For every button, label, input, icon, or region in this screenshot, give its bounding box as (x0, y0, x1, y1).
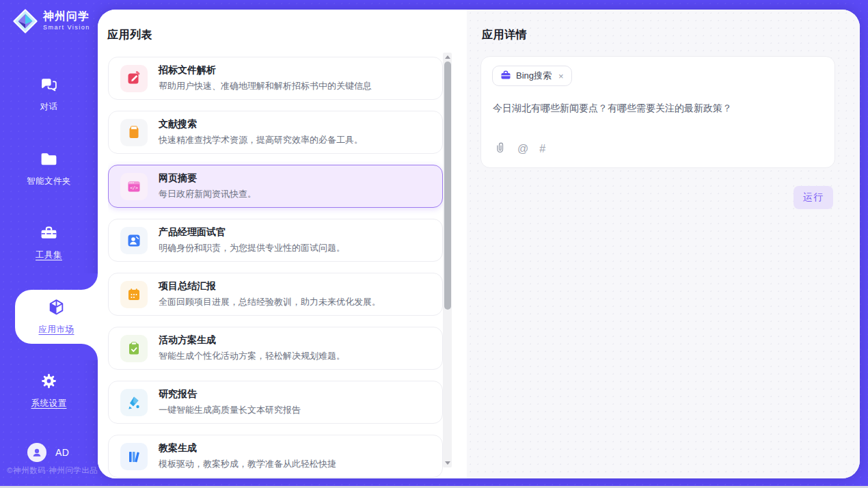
app-card[interactable]: 产品经理面试官 明确身份和职责，为您提供专业性的面试问题。 (108, 219, 443, 262)
chip-close-icon[interactable]: × (558, 71, 564, 81)
sidebar-item-market[interactable]: 应用市场 (15, 298, 98, 336)
app-desc: 每日政府新闻资讯快查。 (159, 188, 256, 200)
input-toolbar: @ # (493, 141, 545, 157)
app-title: 项目总结汇报 (159, 280, 381, 293)
user-account[interactable]: AD (27, 443, 69, 462)
app-card[interactable]: 招标文件解析 帮助用户快速、准确地理解和解析招标书中的关键信息 (108, 57, 443, 100)
folder-icon (40, 150, 58, 168)
app-card[interactable]: 项目总结汇报 全面回顾项目进展，总结经验教训，助力未来优化发展。 (108, 273, 443, 316)
app-title: 招标文件解析 (159, 64, 372, 77)
app-desc: 一键智能生成高质量长文本研究报告 (159, 404, 301, 416)
tool-chip-label: Bing搜索 (516, 70, 552, 82)
app-detail-panel: 应用详情 Bing搜索 × 今日湖北有哪些新闻要点？有哪些需要关注的最新政策？ … (467, 10, 860, 478)
scrollbar[interactable] (443, 53, 452, 467)
bubble-fillet-top (81, 273, 98, 290)
app-title: 网页摘要 (159, 172, 256, 185)
app-desc: 明确身份和职责，为您提供专业性的面试问题。 (159, 242, 345, 254)
sidebar-item-settings[interactable]: 系统设置 (0, 372, 98, 409)
app-desc: 快速精准查找学术资源，提高研究效率的必备工具。 (159, 134, 363, 146)
cube-icon (47, 298, 66, 316)
tool-chip-bing[interactable]: Bing搜索 × (492, 66, 572, 86)
sidebar-item-folders[interactable]: 智能文件夹 (0, 150, 98, 187)
scrollbar-thumb[interactable] (444, 62, 451, 310)
app-card[interactable]: 活动方案生成 智能生成个性化活动方案，轻松解决规划难题。 (108, 327, 443, 370)
brand-logo: 神州问学 Smart Vision (12, 8, 90, 34)
run-button[interactable]: 运行 (794, 186, 833, 209)
attachment-icon[interactable] (493, 141, 506, 157)
svg-text:</>: </> (130, 185, 138, 191)
brand-tagline: Smart Vision (43, 25, 90, 31)
interviewer-icon (120, 227, 148, 254)
app-list-title: 应用列表 (107, 28, 152, 42)
prompt-text[interactable]: 今日湖北有哪些新闻要点？有哪些需要关注的最新政策？ (493, 103, 824, 115)
app-card[interactable]: 教案生成 模板驱动，教案秒成，教学准备从此轻松快捷 (108, 435, 443, 478)
app-title: 产品经理面试官 (159, 226, 345, 239)
diamond-logo-icon (12, 8, 38, 34)
brand-name: 神州问学 (43, 11, 90, 23)
chat-icon (40, 75, 58, 94)
app-desc: 智能生成个性化活动方案，轻松解决规划难题。 (159, 350, 345, 362)
mention-icon[interactable]: @ (517, 144, 528, 154)
sidebar-item-label: 工具集 (0, 249, 98, 261)
edit-document-icon (120, 65, 148, 92)
app-detail-title: 应用详情 (482, 28, 527, 42)
prompt-input-card[interactable]: Bing搜索 × 今日湖北有哪些新闻要点？有哪些需要关注的最新政策？ @ # (480, 56, 835, 168)
app-list-panel: 应用列表 招标文件解析 帮助用户快速、准确地理解和解析招标书中的关键信息 文献搜… (98, 10, 467, 478)
hashtag-icon[interactable]: # (539, 144, 545, 154)
book-icon (120, 119, 148, 146)
sidebar-item-label: 智能文件夹 (0, 176, 98, 187)
app-title: 文献搜索 (159, 118, 363, 131)
app-card[interactable]: 文献搜索 快速精准查找学术资源，提高研究效率的必备工具。 (108, 111, 443, 154)
calendar-icon (120, 281, 148, 308)
clipboard-check-icon (120, 335, 148, 362)
app-card[interactable]: </> 网页摘要 每日政府新闻资讯快查。 (108, 165, 443, 208)
books-icon (120, 443, 148, 470)
app-window: 神州问学 Smart Vision 对话 智能文件夹 工具集 应用市场 系统设置… (0, 0, 868, 488)
person-icon (31, 446, 43, 459)
copyright-text: ©神州数码·神州问学出品 (7, 465, 98, 476)
app-cards-list: 招标文件解析 帮助用户快速、准确地理解和解析招标书中的关键信息 文献搜索 快速精… (108, 57, 443, 478)
bubble-fillet-bottom (81, 344, 98, 360)
sidebar-item-chat[interactable]: 对话 (0, 75, 98, 113)
gear-icon (40, 372, 58, 390)
ink-pen-icon (120, 389, 148, 416)
app-card[interactable]: 研究报告 一键智能生成高质量长文本研究报告 (108, 381, 443, 424)
app-title: 教案生成 (159, 442, 336, 455)
app-desc: 全面回顾项目进展，总结经验教训，助力未来优化发展。 (159, 296, 381, 308)
sidebar-item-label: 对话 (0, 101, 98, 113)
sidebar-item-tools[interactable]: 工具集 (0, 223, 98, 261)
avatar (27, 443, 46, 462)
briefcase-icon (500, 70, 511, 83)
app-desc: 帮助用户快速、准确地理解和解析招标书中的关键信息 (159, 80, 372, 92)
content-area: 应用列表 招标文件解析 帮助用户快速、准确地理解和解析招标书中的关键信息 文献搜… (98, 10, 860, 478)
user-initials: AD (55, 447, 69, 458)
app-title: 活动方案生成 (159, 334, 345, 347)
app-title: 研究报告 (159, 388, 301, 401)
sidebar-item-label: 系统设置 (0, 398, 98, 409)
webpage-icon: </> (120, 173, 148, 200)
sidebar-item-label: 应用市场 (15, 324, 98, 336)
app-desc: 模板驱动，教案秒成，教学准备从此轻松快捷 (159, 458, 336, 470)
toolbox-icon (40, 223, 58, 242)
